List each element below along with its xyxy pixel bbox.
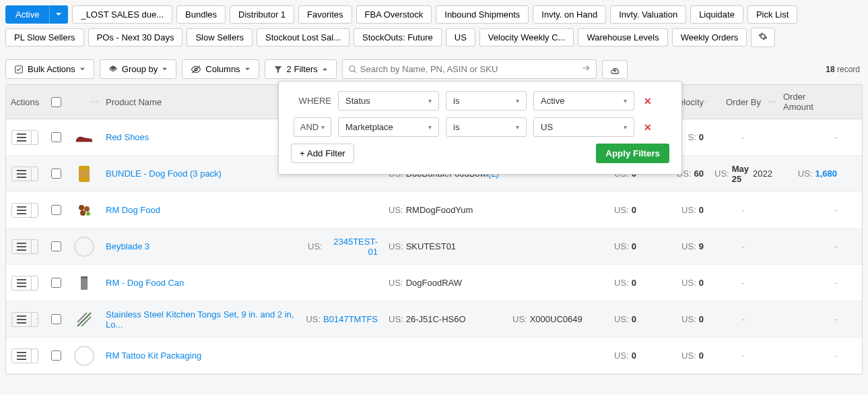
fnsku-cell: [507, 243, 577, 251]
search-input[interactable]: [358, 61, 581, 77]
saved-view-tag[interactable]: Favorites: [298, 5, 352, 24]
saved-view-tag[interactable]: _LOST SALES due...: [72, 5, 172, 24]
sku-cell: US:SKUTEST01: [383, 237, 507, 255]
chevron-down-icon: [31, 240, 38, 253]
product-name-link[interactable]: RM Dog Food: [106, 205, 160, 215]
submit-search-icon[interactable]: [581, 63, 591, 75]
row-checkbox[interactable]: [51, 351, 61, 361]
order-amount-cell: -: [778, 346, 842, 365]
svg-rect-35: [17, 355, 26, 357]
chevron-down-icon: [244, 66, 251, 72]
row-action-menu[interactable]: [11, 276, 38, 291]
row-action-menu[interactable]: [11, 130, 38, 145]
velocity-cell: US:0: [577, 201, 642, 219]
svg-rect-25: [17, 286, 26, 287]
product-name-link[interactable]: Red Shoes: [106, 132, 149, 142]
row-action-menu[interactable]: [11, 312, 38, 327]
order-amount-cell: -: [778, 128, 842, 146]
table-row: Stainless Steel Kitchen Tongs Set, 9 in.…: [6, 301, 862, 338]
product-name-link[interactable]: BUNDLE - Dog Food (3 pack): [106, 169, 222, 179]
svg-rect-23: [17, 279, 26, 280]
where-label: WHERE: [291, 96, 331, 106]
filter-and-select[interactable]: AND▾: [294, 117, 331, 137]
asin-cell: US:2345TEST-01: [302, 233, 383, 261]
velocity-cell: US:0: [577, 346, 642, 365]
select-all-checkbox[interactable]: [51, 97, 61, 107]
hamburger-icon: [12, 240, 31, 253]
view-active-dropdown[interactable]: [49, 5, 68, 24]
saved-view-tag[interactable]: FBA Overstock: [356, 5, 432, 24]
product-thumb-placeholder: [74, 346, 94, 366]
saved-view-tag[interactable]: Invty. Valuation: [610, 5, 686, 24]
svg-rect-10: [17, 177, 26, 178]
bulk-actions-button[interactable]: Bulk Actions: [5, 59, 94, 79]
saved-view-tag[interactable]: Slow Sellers: [187, 28, 253, 47]
sku-cell: [383, 352, 507, 360]
fnsku-cell: [507, 352, 577, 360]
chevron-down-icon: [31, 167, 38, 181]
row-action-menu[interactable]: [11, 239, 38, 254]
product-name-link[interactable]: Beyblade 3: [106, 241, 149, 251]
fnsku-cell: US:X000UC0649: [507, 310, 577, 328]
remove-filter-1[interactable]: ✕: [644, 96, 652, 107]
saved-view-tag[interactable]: Liquidate: [690, 5, 743, 24]
filter-field-select-2[interactable]: Marketplace▾: [338, 117, 439, 137]
cloud-download-button[interactable]: [602, 60, 628, 79]
product-thumb: [75, 310, 94, 329]
toolbar: Bulk Actions Group by Columns 2 Filters …: [0, 57, 868, 84]
row-checkbox[interactable]: [51, 132, 61, 142]
filters-button[interactable]: 2 Filters: [265, 59, 337, 79]
saved-view-tag[interactable]: PL Slow Sellers: [5, 28, 84, 47]
filter-icon: [273, 65, 283, 74]
row-action-menu[interactable]: [11, 203, 38, 218]
saved-view-tag[interactable]: Invty. on Hand: [533, 5, 606, 24]
saved-view-tag[interactable]: US: [446, 28, 475, 47]
saved-view-tag[interactable]: Inbound Shipments: [436, 5, 529, 24]
filter-op-select-2[interactable]: is▾: [446, 117, 527, 137]
order-amount-cell: -: [778, 274, 842, 292]
row-checkbox[interactable]: [51, 169, 61, 179]
chevron-down-icon: [31, 204, 38, 217]
views-settings-button[interactable]: [751, 28, 775, 47]
apply-filters-button[interactable]: Apply Filters: [596, 144, 669, 163]
search-input-wrap[interactable]: [342, 59, 597, 79]
filter-op-select-1[interactable]: is▾: [446, 91, 527, 111]
product-name-link[interactable]: Stainless Steel Kitchen Tongs Set, 9 in.…: [106, 309, 297, 330]
row-checkbox[interactable]: [51, 241, 61, 251]
row-checkbox[interactable]: [51, 205, 61, 215]
saved-view-tag[interactable]: Warehouse Levels: [578, 28, 667, 47]
col-order-by[interactable]: Order By⋯: [709, 85, 778, 119]
add-filter-button[interactable]: + Add Filter: [291, 144, 354, 163]
row-action-menu[interactable]: [11, 348, 38, 363]
columns-button[interactable]: Columns: [182, 59, 259, 79]
sku-cell: US:26-J51C-HS6O: [383, 310, 507, 328]
saved-view-tag[interactable]: Stockout Lost Sal...: [257, 28, 349, 47]
view-active-button[interactable]: Active: [5, 5, 49, 24]
row-checkbox[interactable]: [51, 314, 61, 324]
svg-point-16: [79, 205, 84, 210]
chevron-down-icon: [79, 66, 86, 72]
product-name-link[interactable]: RM Tattoo Kit Packaging: [106, 351, 201, 361]
filter-value-select-2[interactable]: US▾: [533, 117, 634, 137]
col-product-name[interactable]: Product Name: [100, 85, 302, 119]
svg-point-17: [84, 206, 90, 212]
adj-velocity-cell: US:0: [642, 274, 709, 292]
row-checkbox[interactable]: [51, 278, 61, 288]
row-action-menu[interactable]: [11, 166, 38, 181]
saved-view-tag[interactable]: Distributor 1: [230, 5, 294, 24]
saved-view-tag[interactable]: StockOuts: Future: [354, 28, 442, 47]
velocity-cell: US:0: [577, 237, 642, 255]
saved-view-tag[interactable]: Velocity Weekly C...: [479, 28, 574, 47]
table-row: RM Dog Food US:RMDogFoodYum US:0 US:0 - …: [6, 192, 862, 229]
remove-filter-2[interactable]: ✕: [644, 122, 652, 133]
filter-field-select-1[interactable]: Status▾: [338, 91, 439, 111]
saved-view-tag[interactable]: Weekly Orders: [672, 28, 747, 47]
product-name-link[interactable]: RM - Dog Food Can: [106, 278, 184, 288]
filter-value-select-1[interactable]: Active▾: [533, 91, 634, 111]
table-row: Beyblade 3 US:2345TEST-01 US:SKUTEST01 U…: [6, 229, 862, 265]
saved-view-tag[interactable]: Pick List: [747, 5, 797, 24]
group-by-button[interactable]: Group by: [100, 59, 176, 79]
saved-view-tag[interactable]: POs - Next 30 Days: [88, 28, 183, 47]
col-order-amount[interactable]: Order Amount: [778, 85, 842, 119]
saved-view-tag[interactable]: Bundles: [176, 5, 226, 24]
